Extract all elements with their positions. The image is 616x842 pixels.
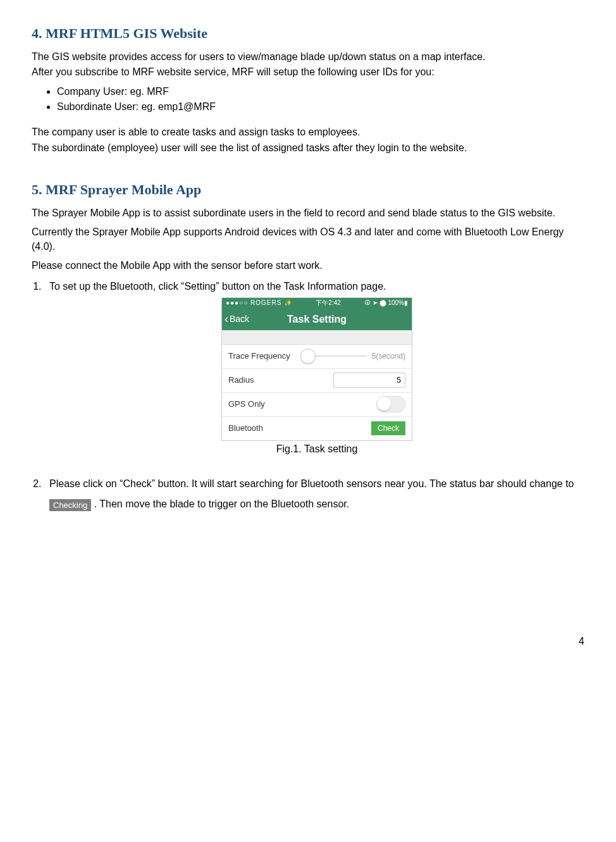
slider-thumb[interactable] — [300, 349, 316, 364]
statusbar-right: ⦿ ➤ ⬤ 100%▮ — [364, 299, 408, 307]
phone-statusbar: ●●●○○ ROGERS ✨ 下午2:42 ⦿ ➤ ⬤ 100%▮ — [222, 298, 412, 309]
gps-label: GPS Only — [228, 399, 265, 410]
row-radius: Radius — [222, 369, 412, 393]
user-id-list: Company User: eg. MRF Subordinate User: … — [57, 85, 584, 115]
row-trace-frequency: Trace Frequency 5(second) — [222, 345, 412, 369]
statusbar-time: 下午2:42 — [316, 299, 340, 307]
figure-1-wrapper: ●●●○○ ROGERS ✨ 下午2:42 ⦿ ➤ ⬤ 100%▮ ‹ Back… — [49, 297, 584, 456]
trace-label: Trace Frequency — [228, 350, 290, 362]
section-4-para-3: The company user is able to create tasks… — [32, 125, 584, 139]
switch-knob — [377, 397, 391, 411]
step-1-text: To set up the Bluetooth, click “Setting”… — [49, 281, 386, 292]
trace-value: 5(second) — [372, 351, 405, 362]
step-1: To set up the Bluetooth, click “Setting”… — [44, 280, 584, 457]
radius-label: Radius — [228, 375, 254, 386]
step-2-text-b: . Then move the blade to trigger on the … — [94, 498, 350, 509]
statusbar-carrier: ●●●○○ ROGERS ✨ — [226, 299, 292, 307]
steps-list: To set up the Bluetooth, click “Setting”… — [44, 280, 584, 515]
bullet-subordinate-user: Subordinate User: eg. emp1@MRF — [57, 100, 584, 114]
check-button[interactable]: Check — [371, 421, 405, 435]
section-5-heading: 5. MRF Sprayer Mobile App — [32, 180, 584, 200]
bullet-company-user: Company User: eg. MRF — [57, 85, 584, 99]
section-5-para-2: Currently the Sprayer Mobile App support… — [32, 225, 584, 254]
section-5-para-3: Please connect the Mobile App with the s… — [32, 259, 584, 273]
row-gps-only: GPS Only — [222, 393, 412, 417]
section-4-heading: 4. MRF HTML5 GIS Website — [32, 24, 584, 44]
step-2: Please click on “Check” button. It will … — [44, 474, 584, 514]
phone-screenshot: ●●●○○ ROGERS ✨ 下午2:42 ⦿ ➤ ⬤ 100%▮ ‹ Back… — [221, 297, 412, 441]
back-button[interactable]: ‹ Back — [222, 311, 249, 327]
bluetooth-label: Bluetooth — [228, 423, 263, 434]
section-4-para-4: The subordinate (employee) user will see… — [32, 141, 584, 155]
figure-1-caption: Fig.1. Task setting — [49, 442, 584, 456]
page-number: 4 — [32, 635, 584, 648]
back-label: Back — [230, 313, 249, 326]
nav-title: Task Setting — [222, 313, 412, 326]
gps-switch[interactable] — [376, 396, 405, 412]
chevron-left-icon: ‹ — [225, 311, 228, 327]
checking-badge: Checking — [49, 499, 91, 511]
step-2-text-a: Please click on “Check” button. It will … — [49, 478, 574, 489]
gray-band — [222, 330, 412, 345]
row-bluetooth: Bluetooth Check — [222, 417, 412, 440]
section-4-intro-2: After you subscribe to MRF website servi… — [32, 65, 584, 79]
navbar: ‹ Back Task Setting — [222, 309, 412, 330]
section-5-para-1: The Sprayer Mobile App is to assist subo… — [32, 206, 584, 220]
radius-input[interactable] — [333, 373, 405, 388]
trace-slider[interactable]: 5(second) — [303, 351, 405, 362]
section-4-intro-1: The GIS website provides access for user… — [32, 50, 584, 64]
